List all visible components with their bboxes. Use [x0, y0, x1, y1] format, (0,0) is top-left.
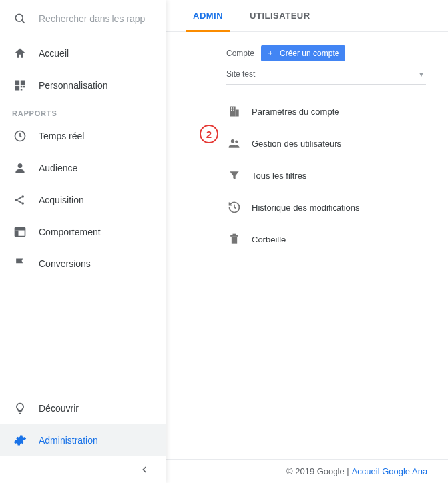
- main-panel: ADMIN UTILISATEUR Compte + Créer un comp…: [166, 0, 448, 483]
- svg-rect-21: [233, 110, 234, 111]
- create-account-label: Créer un compte: [280, 49, 339, 58]
- svg-point-11: [21, 195, 24, 198]
- history-icon: [226, 199, 242, 215]
- nav-personalization[interactable]: Personnalisation: [0, 69, 166, 101]
- nav-label: Comportement: [39, 227, 101, 237]
- person-icon: [12, 160, 28, 176]
- nav-home[interactable]: Accueil: [0, 37, 166, 69]
- svg-point-9: [18, 163, 23, 168]
- tab-user[interactable]: UTILISATEUR: [236, 0, 323, 31]
- nav-label: Personnalisation: [39, 80, 108, 91]
- svg-point-22: [231, 139, 234, 143]
- account-select[interactable]: Site test ▼: [226, 65, 426, 85]
- clock-icon: [12, 128, 28, 144]
- nav-label: Administration: [39, 435, 98, 446]
- nav-label: Acquisition: [39, 195, 84, 205]
- menu-change-history[interactable]: Historique des modifications: [226, 191, 448, 223]
- nav-discover[interactable]: Découvrir: [0, 392, 166, 424]
- nav-label: Accueil: [39, 48, 69, 59]
- svg-point-12: [21, 202, 24, 205]
- footer: © 2019 Google | Accueil Google Ana: [166, 459, 448, 483]
- menu-label: Historique des modifications: [252, 203, 360, 213]
- svg-rect-26: [233, 234, 236, 235]
- nav-acquisition[interactable]: Acquisition: [0, 184, 166, 216]
- svg-rect-7: [21, 89, 23, 91]
- create-account-button[interactable]: + Créer un compte: [261, 45, 345, 61]
- svg-rect-15: [15, 231, 19, 237]
- search-input[interactable]: [39, 13, 145, 24]
- svg-point-0: [15, 14, 23, 21]
- menu-trash[interactable]: Corbeille: [226, 223, 448, 255]
- nav-audience[interactable]: Audience: [0, 152, 166, 184]
- menu-label: Paramètres du compte: [252, 107, 339, 117]
- svg-rect-5: [21, 86, 23, 88]
- svg-rect-14: [15, 227, 25, 230]
- footer-link[interactable]: Accueil Google Ana: [352, 466, 427, 476]
- nav-reports: Temps réel Audience Acquisition Comporte…: [0, 120, 166, 280]
- nav-label: Conversions: [39, 258, 91, 269]
- search-icon: [12, 11, 28, 27]
- svg-rect-3: [21, 81, 25, 85]
- nav-label: Temps réel: [39, 131, 84, 141]
- dashboard-icon: [12, 77, 28, 93]
- svg-rect-19: [233, 107, 234, 109]
- svg-rect-25: [232, 237, 237, 244]
- svg-rect-2: [15, 81, 20, 85]
- share-icon: [12, 192, 28, 208]
- svg-point-23: [235, 140, 238, 143]
- nav-realtime[interactable]: Temps réel: [0, 120, 166, 152]
- flag-icon: [12, 256, 28, 272]
- gear-icon: [12, 432, 28, 448]
- search-row: [0, 0, 166, 37]
- nav-behavior[interactable]: Comportement: [0, 216, 166, 248]
- menu-user-management[interactable]: Gestion des utilisateurs: [226, 127, 448, 159]
- svg-point-10: [15, 199, 17, 201]
- plus-icon: +: [265, 48, 276, 59]
- building-icon: [226, 103, 242, 119]
- svg-rect-20: [231, 110, 232, 111]
- svg-rect-16: [230, 107, 235, 117]
- svg-rect-6: [23, 86, 25, 88]
- nav-primary: Accueil Personnalisation: [0, 37, 166, 101]
- section-header-reports: RAPPORTS: [0, 101, 166, 120]
- nav-conversions[interactable]: Conversions: [0, 248, 166, 280]
- sidebar: Accueil Personnalisation RAPPORTS Temps …: [0, 0, 166, 483]
- layout-icon: [12, 224, 28, 240]
- svg-rect-17: [236, 110, 239, 117]
- menu-label: Tous les filtres: [252, 171, 306, 181]
- menu-account-settings[interactable]: Paramètres du compte: [226, 95, 448, 127]
- svg-line-1: [22, 21, 25, 23]
- caret-down-icon: ▼: [418, 71, 425, 78]
- nav-label: Découvrir: [39, 403, 79, 414]
- account-menu: Paramètres du compte Gestion des utilisa…: [226, 95, 448, 255]
- tab-admin[interactable]: ADMIN: [180, 0, 236, 31]
- home-icon: [12, 45, 28, 61]
- collapse-sidebar-button[interactable]: [0, 456, 166, 483]
- selected-account-value: Site test: [226, 69, 255, 79]
- menu-label: Gestion des utilisateurs: [252, 139, 341, 149]
- svg-rect-24: [230, 235, 238, 237]
- account-row: Compte + Créer un compte: [226, 45, 448, 61]
- account-panel: Compte + Créer un compte Site test ▼ Par…: [166, 32, 448, 255]
- menu-all-filters[interactable]: Tous les filtres: [226, 159, 448, 191]
- tabs: ADMIN UTILISATEUR: [166, 0, 448, 32]
- account-label: Compte: [226, 49, 254, 58]
- bulb-icon: [12, 400, 28, 416]
- nav-label: Audience: [39, 163, 77, 173]
- nav-bottom: Découvrir Administration: [0, 392, 166, 456]
- trash-icon: [226, 231, 242, 247]
- footer-copyright: © 2019 Google |: [286, 466, 349, 476]
- svg-rect-18: [231, 107, 232, 109]
- menu-label: Corbeille: [252, 235, 286, 244]
- svg-rect-4: [15, 86, 20, 91]
- nav-admin[interactable]: Administration: [0, 424, 166, 456]
- people-icon: [226, 135, 242, 151]
- chevron-left-icon: [140, 464, 150, 475]
- filter-icon: [226, 167, 242, 183]
